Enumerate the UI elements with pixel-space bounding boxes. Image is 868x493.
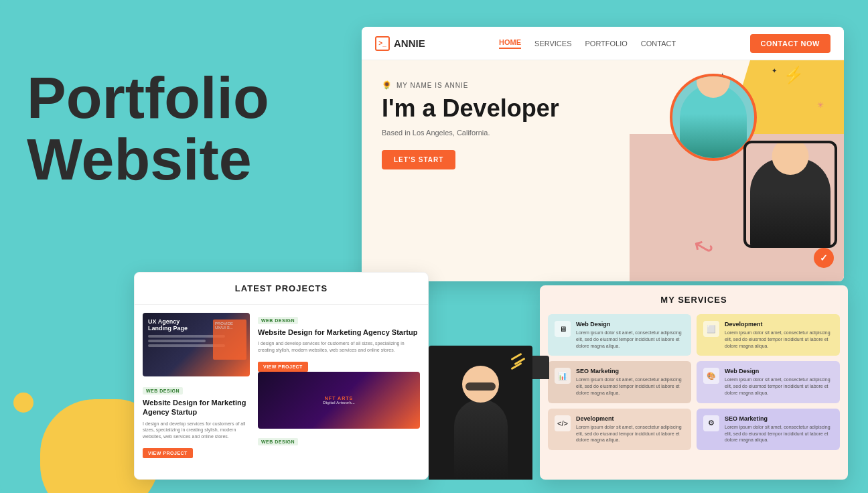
logo-text: ANNIE — [394, 38, 425, 49]
sunglasses — [465, 382, 496, 391]
service-icon-web-design-2: 🎨 — [703, 368, 719, 384]
nav-contact[interactable]: CONTACT — [641, 40, 676, 48]
projects-card: LATEST PROJECTS UX AgencyLanding Page PR… — [134, 272, 429, 480]
project-left-column: UX AgencyLanding Page PROVIDEUX/UI S... … — [143, 313, 250, 458]
preview-navbar: >_ ANNIE HOME SERVICES PORTFOLIO CONTACT… — [362, 27, 844, 60]
main-background: Portfolio Website >_ ANNIE HOME SERVICES… — [0, 0, 868, 493]
service-desc: Lorem ipsum dolor sit amet, consectetur … — [725, 330, 833, 349]
project-desc-2: I design and develop services for custom… — [258, 340, 420, 354]
nav-home[interactable]: HOME — [499, 38, 521, 49]
deco-lines — [510, 356, 526, 367]
portfolio-title-block: Portfolio Website — [27, 67, 269, 191]
logo-icon: >_ — [375, 36, 390, 51]
main-preview-window: >_ ANNIE HOME SERVICES PORTFOLIO CONTACT… — [362, 27, 844, 281]
ui-bar — [148, 340, 206, 342]
service-desc: Lorem ipsum dolor sit amet, consectetur … — [576, 376, 684, 396]
service-info-web-design: Web Design Lorem ipsum dolor sit amet, c… — [576, 321, 684, 349]
page-title-line2: Website — [27, 129, 269, 190]
project-tag-1: WEB DESIGN — [143, 387, 183, 395]
service-title: Development — [725, 321, 833, 328]
service-title: SEO Marketing — [725, 415, 833, 422]
project-image-2: NFT ARTS Digital Artwork... — [258, 372, 420, 429]
service-card-seo-2: ⚙ SEO Marketing Lorem ipsum dolor sit am… — [697, 409, 840, 450]
head — [462, 366, 499, 403]
body — [454, 399, 508, 480]
nav-services[interactable]: SERVICES — [534, 40, 571, 48]
service-icon-seo: 📊 — [555, 368, 571, 384]
service-card-dev-2: </> Development Lorem ipsum dolor sit am… — [548, 409, 691, 450]
service-icon-dev-2: </> — [555, 415, 571, 431]
nav-links: HOME SERVICES PORTFOLIO CONTACT — [499, 38, 676, 49]
project-desc-1: I design and develop services for custom… — [143, 421, 250, 440]
service-title: Web Design — [576, 321, 684, 328]
service-info-seo-2: SEO Marketing Lorem ipsum dolor sit amet… — [725, 415, 833, 443]
service-desc: Lorem ipsum dolor sit amet, consectetur … — [725, 424, 833, 443]
nav-logo: >_ ANNIE — [375, 36, 425, 51]
asterisk-icon: ✳ — [817, 100, 824, 110]
project-title-1: Website Design for Marketing Agency Star… — [143, 398, 250, 417]
person-silhouette-2 — [750, 158, 830, 245]
page-title: Portfolio — [27, 67, 269, 129]
woman-figure-panel — [429, 346, 532, 480]
service-title: Web Design — [725, 368, 833, 374]
service-icon-seo-2: ⚙ — [703, 415, 719, 431]
service-desc: Lorem ipsum dolor sit amet, consectetur … — [576, 330, 684, 349]
service-desc: Lorem ipsum dolor sit amet, consectetur … — [725, 376, 833, 396]
project-right-column: WEB DESIGN Website Design for Marketing … — [258, 313, 420, 458]
service-title: Development — [576, 415, 684, 422]
lightning-icon: ⚡ — [784, 66, 804, 84]
emoji-icon: 🌻 — [382, 80, 392, 90]
contact-now-button[interactable]: CONTACT NOW — [750, 34, 830, 53]
service-card-web-design: 🖥 Web Design Lorem ipsum dolor sit amet,… — [548, 314, 691, 356]
service-card-development: ⬜ Development Lorem ipsum dolor sit amet… — [697, 314, 840, 356]
woman-silhouette — [451, 366, 511, 480]
service-card-seo: 📊 SEO Marketing Lorem ipsum dolor sit am… — [548, 361, 691, 403]
photo-frame-2 — [743, 141, 837, 248]
blob-small-decoration — [13, 393, 33, 413]
person-silhouette-1 — [680, 84, 747, 158]
services-grid: 🖥 Web Design Lorem ipsum dolor sit amet,… — [540, 314, 848, 458]
service-info-development: Development Lorem ipsum dolor sit amet, … — [725, 321, 833, 349]
service-title: SEO Marketing — [576, 368, 684, 374]
nft-image: NFT ARTS Digital Artwork... — [258, 372, 420, 429]
hero-section: 🌻 MY NAME IS ANNIE I'm a Developer Based… — [362, 60, 844, 281]
project-tag-2: WEB DESIGN — [258, 317, 298, 324]
service-card-web-design-2: 🎨 Web Design Lorem ipsum dolor sit amet,… — [697, 361, 840, 403]
services-header: MY SERVICES — [540, 285, 848, 314]
view-project-btn-2[interactable]: VIEW PROJECT — [258, 362, 308, 372]
project-image-1: UX AgencyLanding Page PROVIDEUX/UI S... — [143, 313, 250, 376]
projects-content: UX AgencyLanding Page PROVIDEUX/UI S... … — [135, 305, 428, 466]
service-icon-web-design: 🖥 — [555, 321, 571, 337]
view-project-btn-1[interactable]: VIEW PROJECT — [143, 448, 193, 458]
service-info-seo: SEO Marketing Lorem ipsum dolor sit amet… — [576, 368, 684, 396]
nav-portfolio[interactable]: PORTFOLIO — [585, 40, 627, 48]
service-info-web-design-2: Web Design Lorem ipsum dolor sit amet, c… — [725, 368, 833, 396]
service-info-dev-2: Development Lorem ipsum dolor sit amet, … — [576, 415, 684, 443]
check-badge: ✓ — [814, 248, 834, 268]
project-tag-3: WEB DESIGN — [258, 434, 420, 449]
project-title-2: Website Design for Marketing Agency Star… — [258, 328, 420, 337]
hero-cta-button[interactable]: LET'S START — [382, 150, 455, 169]
sparkle-icon-sm: ✦ — [772, 67, 777, 74]
projects-header: LATEST PROJECTS — [135, 273, 428, 305]
service-icon-development: ⬜ — [703, 321, 719, 337]
hero-shapes: ✦ ✦ ⚡ ✳ ✓ ↩ — [630, 60, 844, 281]
service-desc: Lorem ipsum dolor sit amet, consectetur … — [576, 424, 684, 443]
services-card: MY SERVICES 🖥 Web Design Lorem ipsum dol… — [540, 285, 848, 480]
